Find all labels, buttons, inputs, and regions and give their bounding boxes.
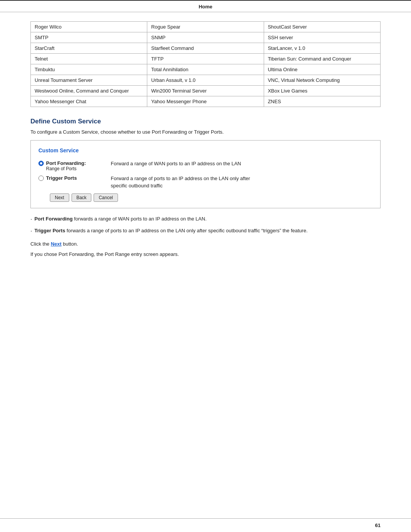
table-row: SMTPSNMPSSH server (31, 32, 381, 43)
custom-service-box: Custom Service Port Forwarding: Range of… (30, 140, 381, 208)
bullet-text: Trigger Ports forwards a range of ports … (34, 227, 307, 235)
define-section: Define Custom Service To configure a Cus… (30, 118, 381, 257)
table-cell: SMTP (31, 32, 147, 43)
table-cell: Tiberian Sun: Command and Conquer (264, 54, 380, 64)
table-row: TelnetTFTPTiberian Sun: Command and Conq… (31, 54, 381, 64)
table-cell: TFTP (147, 54, 264, 64)
table-cell: Roger Wilco (31, 22, 147, 32)
table-cell: ShoutCast Server (264, 22, 380, 32)
table-cell: Telnet (31, 54, 147, 64)
list-item: ·Trigger Ports forwards a range of ports… (30, 227, 381, 236)
table-cell: XBox Live Games (264, 86, 380, 96)
radio-port-forwarding[interactable] (38, 161, 44, 166)
click-next-prefix: Click the (30, 241, 51, 247)
next-button[interactable]: Next (50, 193, 69, 202)
table-cell: ZNES (264, 96, 380, 107)
page-wrapper: Home Roger WilcoRogue SpearShoutCast Ser… (0, 0, 411, 532)
define-heading: Define Custom Service (30, 118, 381, 125)
table-cell: Timbuktu (31, 64, 147, 75)
radio-left-2: Trigger Ports (38, 175, 111, 181)
bullet-dot: · (30, 227, 32, 236)
table-cell: Yahoo Messenger Phone (147, 96, 264, 107)
bullet-term: Port Forwarding (34, 216, 72, 222)
click-next-suffix: button. (62, 241, 78, 247)
radio-row-trigger-ports: Trigger Ports Forward a range of ports t… (38, 175, 373, 190)
table-cell: VNC, Virtual Network Computing (264, 75, 380, 86)
radio-desc-2: Forward a range of ports to an IP addres… (111, 175, 263, 190)
radio-label-group-1: Port Forwarding: Range of Ports (46, 160, 86, 171)
radio-desc-1: Forward a range of WAN ports to an IP ad… (111, 160, 241, 168)
radio-label-sub-1: Range of Ports (46, 166, 86, 171)
page-number: 61 (375, 522, 381, 528)
cancel-button[interactable]: Cancel (94, 193, 118, 202)
bottom-footer: 61 (0, 518, 411, 532)
table-cell: StarCraft (31, 43, 147, 54)
radio-label-main-2: Trigger Ports (46, 175, 77, 181)
radio-label-group-2: Trigger Ports (46, 175, 77, 181)
port-forwarding-line: If you chose Port Forwarding, the Port R… (30, 251, 381, 257)
table-row: Yahoo Messenger ChatYahoo Messenger Phon… (31, 96, 381, 107)
table-cell: Ultima Online (264, 64, 380, 75)
bullet-term: Trigger Ports (34, 228, 65, 233)
main-content: Roger WilcoRogue SpearShoutCast ServerSM… (0, 21, 411, 518)
back-button[interactable]: Back (72, 193, 92, 202)
table-row: Roger WilcoRogue SpearShoutCast Server (31, 22, 381, 32)
table-row: Unreal Tournament ServerUrban Assault, v… (31, 75, 381, 86)
radio-left-1: Port Forwarding: Range of Ports (38, 160, 111, 171)
table-row: TimbuktuTotal AnnihilationUltima Online (31, 64, 381, 75)
define-desc: To configure a Custom Service, choose wh… (30, 129, 381, 135)
table-cell: Rogue Spear (147, 22, 264, 32)
table-cell: Total Annihilation (147, 64, 264, 75)
table-cell: Win2000 Terminal Server (147, 86, 264, 96)
table-cell: SSH server (264, 32, 380, 43)
table-cell: Urban Assault, v 1.0 (147, 75, 264, 86)
box-buttons: Next Back Cancel (50, 193, 373, 202)
top-bar: Home (0, 0, 411, 12)
table-cell: StarLancer, v 1.0 (264, 43, 380, 54)
table-cell: Starfleet Command (147, 43, 264, 54)
bullet-list: ·Port Forwarding forwards a range of WAN… (30, 215, 381, 236)
table-row: Westwood Online, Command and ConquerWin2… (31, 86, 381, 96)
table-cell: Unreal Tournament Server (31, 75, 147, 86)
bullet-text: Port Forwarding forwards a range of WAN … (34, 215, 206, 223)
services-table: Roger WilcoRogue SpearShoutCast ServerSM… (30, 21, 381, 107)
table-row: StarCraftStarfleet CommandStarLancer, v … (31, 43, 381, 54)
click-next-line: Click the Next button. (30, 241, 381, 247)
table-cell: Yahoo Messenger Chat (31, 96, 147, 107)
radio-row-port-forwarding: Port Forwarding: Range of Ports Forward … (38, 160, 373, 171)
bullet-dot: · (30, 215, 32, 224)
list-item: ·Port Forwarding forwards a range of WAN… (30, 215, 381, 224)
next-link[interactable]: Next (51, 241, 61, 247)
table-cell: Westwood Online, Command and Conquer (31, 86, 147, 96)
table-cell: SNMP (147, 32, 264, 43)
nav-home-label: Home (199, 4, 212, 10)
radio-label-main-1: Port Forwarding: (46, 160, 86, 166)
custom-service-box-title: Custom Service (38, 147, 373, 153)
radio-trigger-ports[interactable] (38, 176, 44, 181)
